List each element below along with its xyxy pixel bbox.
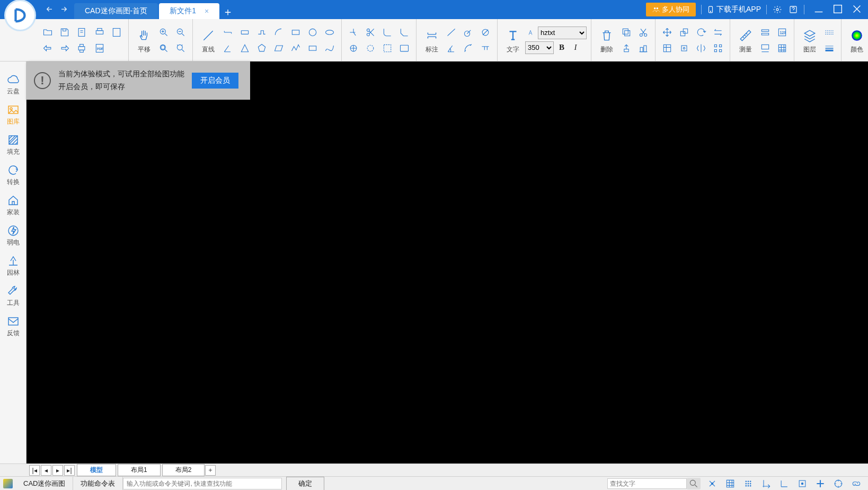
sidebar-item-garden[interactable]: 园林 [7,255,20,277]
coord-icon[interactable]: 123 [775,25,790,40]
sidebar-item-convert[interactable]: 转换 [7,164,20,187]
undo-icon[interactable] [45,4,55,15]
upgrade-button[interactable]: 开启会员 [192,73,238,89]
chamfer-icon[interactable] [397,25,412,40]
align-icon[interactable] [636,41,651,56]
zoom-in-icon[interactable] [156,25,171,40]
zoom-out-icon[interactable] [173,25,188,40]
measure-button[interactable]: 测量 [734,26,757,54]
plus-icon[interactable] [814,477,827,490]
move-icon[interactable] [660,25,675,40]
select-rect-icon[interactable] [380,41,395,56]
layout-tab-model[interactable]: 模型 [77,464,116,476]
lineweight-icon[interactable] [822,41,837,56]
confirm-button[interactable]: 确定 [286,477,324,491]
insert-image-icon[interactable] [397,41,412,56]
size-select[interactable]: 350 [525,41,554,54]
circle-icon[interactable] [305,25,320,40]
osnap-icon[interactable] [796,477,809,490]
dim-diameter-icon[interactable] [478,25,493,40]
rectangle-icon[interactable] [288,25,303,40]
sidebar-item-power[interactable]: 弱电 [7,224,20,247]
link-icon[interactable] [850,477,863,490]
search-icon[interactable] [687,478,701,489]
annotate-button[interactable]: 标注 [421,26,443,54]
jpg-icon[interactable] [109,25,124,40]
dimension-icon[interactable] [237,25,252,40]
settings-icon[interactable] [772,4,783,15]
tab-home[interactable]: CAD迷你画图-首页 [74,3,158,19]
mirror-icon[interactable] [694,41,708,56]
pdf-icon[interactable]: PDF [92,41,107,56]
sidebar-item-feedback[interactable]: 反馈 [7,315,20,338]
maximize-icon[interactable] [832,3,844,16]
snap-icon[interactable] [706,477,719,490]
dim-continue-icon[interactable] [478,41,493,56]
find-text-input[interactable] [607,478,687,489]
text-button[interactable]: 文字 [502,26,524,54]
spline-icon[interactable] [322,41,337,56]
parallelogram-icon[interactable] [271,41,286,56]
angle-icon[interactable] [220,41,235,56]
font-select[interactable]: hztxt [538,27,587,39]
target-icon[interactable] [832,477,845,490]
close-icon[interactable]: × [205,7,209,15]
block-icon[interactable] [660,41,675,56]
sidebar-item-home[interactable]: 家装 [7,194,20,217]
grid-icon[interactable] [724,477,737,490]
circle-edit-icon[interactable] [346,41,361,56]
bold-button[interactable]: B [556,42,568,54]
minimize-icon[interactable] [813,3,825,16]
offset-icon[interactable] [677,41,692,56]
offset2-icon[interactable] [711,25,725,40]
dim-linear-icon[interactable] [444,25,459,40]
axis-line-icon[interactable] [220,25,235,40]
scissors-icon[interactable] [363,25,378,40]
print2-icon[interactable] [92,25,107,40]
trim-icon[interactable] [346,25,361,40]
delete-button[interactable]: 删除 [596,26,618,54]
zoom-window-icon[interactable] [156,41,171,56]
ellipse-icon[interactable] [322,25,337,40]
polyline-icon[interactable] [288,41,303,56]
close-window-icon[interactable] [851,3,863,16]
table-icon[interactable] [775,41,790,56]
sidebar-item-tools[interactable]: 工具 [7,285,20,308]
layout-tab-1[interactable]: 布局1 [118,464,161,476]
dim-style-icon[interactable] [758,25,773,40]
pick-icon[interactable] [619,41,634,56]
export-icon[interactable] [57,41,72,56]
help-icon[interactable] [788,4,799,15]
scale-icon[interactable] [677,25,692,40]
line-button[interactable]: 直线 [197,26,219,54]
layout-first-icon[interactable]: |◂ [29,465,40,476]
array-icon[interactable] [711,41,725,56]
perp-icon[interactable] [778,477,791,490]
import-icon[interactable] [40,41,55,56]
zoom-extents-icon[interactable] [173,41,188,56]
collab-button[interactable]: 多人协同 [646,3,696,16]
dim-arc-icon[interactable] [461,41,476,56]
rotate-icon[interactable] [694,25,708,40]
sidebar-item-cloud[interactable]: 云盘 [7,73,20,96]
dim-angular-icon[interactable] [444,41,459,56]
command-input[interactable] [123,478,282,489]
copy-icon[interactable] [619,25,634,40]
sidebar-item-gallery[interactable]: 图库 [7,103,20,126]
triangle-icon[interactable] [237,41,252,56]
print-icon[interactable] [74,41,89,56]
layout-add-icon[interactable]: ＋ [205,465,216,476]
layout-prev-icon[interactable]: ◂ [41,465,51,476]
arc-icon[interactable] [271,25,286,40]
layout-last-icon[interactable]: ▸| [64,465,75,476]
layout-next-icon[interactable]: ▸ [52,465,63,476]
circle-edit2-icon[interactable] [363,41,378,56]
layout-tab-2[interactable]: 布局2 [162,464,205,476]
cmd-table-link[interactable]: 功能命令表 [73,477,123,490]
italic-button[interactable]: I [570,42,581,54]
rect2-icon[interactable] [305,41,320,56]
redo-icon[interactable] [58,4,69,15]
dim-radius-icon[interactable] [461,25,476,40]
ortho-icon[interactable] [760,477,773,490]
open-icon[interactable] [40,25,55,40]
